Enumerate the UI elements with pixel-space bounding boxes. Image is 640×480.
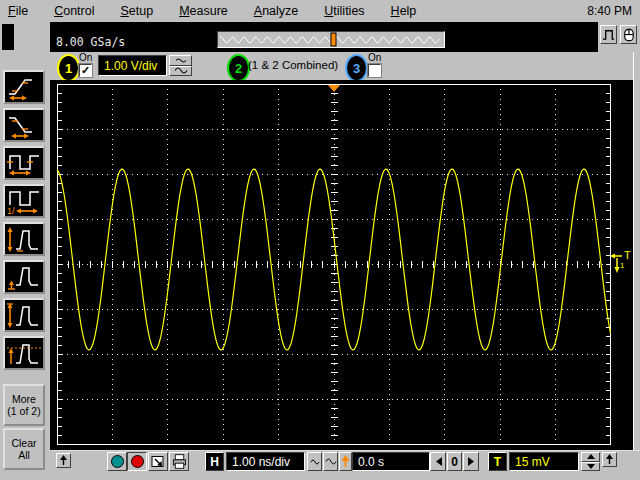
channel-controls-row: 1 On ✓ 1.00 V/div 2 (1 & 2 Combined) 3 O… [50, 52, 640, 80]
bottom-control-bar: H 1.00 ns/div 0.0 s 0 T 15 mV [50, 450, 640, 480]
more-button-line1: More [12, 393, 36, 405]
svg-text:T: T [624, 249, 631, 261]
position-right-button[interactable] [463, 452, 479, 471]
menu-measure[interactable]: Measure [179, 4, 228, 18]
oscilloscope-window: File Control Setup Measure Analyze Utili… [0, 0, 640, 480]
menu-bar: File Control Setup Measure Analyze Utili… [0, 0, 640, 22]
channel-2-combined-label: (1 & 2 Combined) [248, 59, 338, 71]
clear-all-line2: All [18, 449, 30, 461]
trigger-level-icon: T 1 [608, 248, 633, 278]
vpp-icon [6, 226, 43, 253]
trigger-position-marker-button[interactable] [339, 452, 352, 471]
measure-vpp-button[interactable] [3, 222, 45, 256]
position-left-button[interactable] [430, 452, 446, 471]
trigger-level-indicator[interactable]: T 1 [608, 248, 633, 282]
acquisition-strip: 8.00 GSa/s [50, 22, 598, 52]
channel-1-scale-adjust [169, 55, 192, 76]
touch-icon [150, 454, 166, 470]
spinner-down-button[interactable] [581, 462, 600, 472]
horizontal-menu-button[interactable]: H [205, 452, 224, 471]
small-sine-icon [310, 458, 320, 466]
touch-button[interactable] [148, 452, 168, 471]
fall-time-icon [6, 112, 43, 139]
clock: 8:40 PM [587, 4, 632, 18]
trigger-level-spinner [581, 452, 600, 471]
pulse-icon [601, 27, 616, 42]
trigger-menu-button[interactable]: T [488, 452, 507, 471]
menu-analyze[interactable]: Analyze [254, 4, 298, 18]
graticule [57, 84, 611, 445]
channel-1-scale-dropdown[interactable]: 1.00 V/div [98, 55, 167, 76]
channel-2-button[interactable]: 2 [227, 54, 250, 82]
measure-frequency-button[interactable]: 1/ [3, 184, 45, 218]
channel-1-button[interactable]: 1 [57, 54, 80, 82]
measure-period-button[interactable] [3, 146, 45, 180]
channel-1-on-checkbox[interactable]: ✓ [79, 64, 92, 77]
left-arrow-icon [435, 457, 442, 466]
vmax-icon [6, 302, 43, 329]
measure-vmin-button[interactable] [3, 260, 45, 294]
run-button[interactable] [107, 452, 127, 471]
menu-file[interactable]: File [8, 4, 28, 18]
corner-chip [2, 24, 14, 50]
down-triangle-icon [587, 464, 595, 469]
horizontal-position-indicator[interactable] [217, 31, 445, 48]
scale-fine-increase-button[interactable] [169, 66, 192, 77]
frequency-icon: 1/ [6, 188, 43, 215]
svg-text:1/: 1/ [7, 206, 15, 215]
rise-time-icon [6, 74, 43, 101]
channel-3-on-label: On [368, 52, 381, 64]
channel-1-on-label: On [79, 52, 92, 64]
channel-3-button[interactable]: 3 [345, 54, 368, 82]
run-icon [110, 454, 125, 469]
pulse-panel-button[interactable] [600, 25, 617, 44]
clear-all-button[interactable]: Clear All [3, 428, 45, 470]
timebase-fine-decrease-button[interactable] [307, 452, 322, 471]
print-button[interactable] [169, 452, 189, 471]
menu-utilities[interactable]: Utilities [324, 4, 364, 18]
horizontal-position-readout[interactable]: 0.0 s [352, 452, 430, 471]
memory-waveform-preview [218, 32, 444, 47]
scale-fine-decrease-button[interactable] [169, 55, 192, 66]
up-arrow-icon [59, 455, 68, 466]
more-button[interactable]: More (1 of 2) [3, 384, 45, 426]
channel-3-on-group: On [368, 52, 394, 77]
up-triangle-icon [587, 454, 595, 459]
measure-vavg-button[interactable] [3, 336, 45, 370]
small-sine-icon [174, 57, 188, 64]
right-edge-strip [633, 52, 640, 450]
up-arrow-icon [605, 454, 614, 465]
measure-vmax-button[interactable] [3, 298, 45, 332]
scroll-up-right-button[interactable] [602, 452, 617, 467]
timebase-fine-increase-button[interactable] [323, 452, 338, 471]
measure-fall-time-button[interactable] [3, 108, 45, 142]
mouse-icon [621, 27, 636, 43]
svg-text:1: 1 [620, 261, 625, 270]
position-zero-button[interactable]: 0 [447, 452, 462, 471]
more-button-line2: (1 of 2) [7, 405, 40, 417]
period-icon [6, 150, 43, 177]
sample-rate-readout: 8.00 GSa/s [56, 35, 125, 49]
orange-up-arrow-icon [341, 455, 350, 468]
vmin-icon [6, 264, 43, 291]
vavg-icon [6, 340, 43, 367]
mouse-panel-button[interactable] [620, 25, 637, 44]
measure-rise-time-button[interactable] [3, 70, 45, 104]
large-sine-icon [325, 457, 337, 466]
scroll-up-left-button[interactable] [56, 453, 71, 468]
printer-icon [171, 453, 188, 470]
right-arrow-icon [468, 457, 475, 466]
trigger-level-dropdown[interactable]: 15 mV [509, 452, 579, 471]
channel-3-on-checkbox[interactable] [368, 64, 381, 77]
large-sine-icon [173, 66, 189, 75]
spinner-up-button[interactable] [581, 452, 600, 462]
waveform-display[interactable]: T 1 [50, 80, 633, 450]
menu-help[interactable]: Help [391, 4, 417, 18]
clear-all-line1: Clear [11, 437, 36, 449]
stop-icon [130, 454, 145, 469]
menu-setup[interactable]: Setup [120, 4, 153, 18]
timebase-dropdown[interactable]: 1.00 ns/div [226, 452, 305, 471]
menu-control[interactable]: Control [54, 4, 94, 18]
stop-button[interactable] [127, 452, 147, 471]
